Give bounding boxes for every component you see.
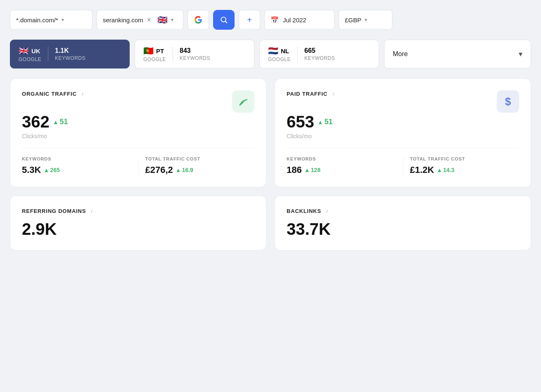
site-chevron-icon: ▾ (171, 17, 173, 23)
organic-keywords-change: ▲ 265 (43, 167, 59, 173)
organic-sublabel: Clicks/mo (22, 133, 254, 139)
backlinks-info-icon[interactable]: 𝑖 (324, 208, 330, 214)
tab-uk-left: 🇬🇧 UK GOOGLE (19, 46, 41, 62)
paid-sublabel: Clicks/mo (287, 133, 519, 139)
flag-pt: 🇵🇹 (143, 46, 154, 56)
paid-kw-arrow-icon: ▲ (304, 167, 310, 173)
organic-sub-grid: KEYWORDS 5.3K ▲ 265 TOTAL TRAFFIC COST £… (22, 156, 254, 175)
tab-nl-flag-row: 🇳🇱 NL (268, 46, 291, 56)
tab-uk-flag-row: 🇬🇧 UK (19, 46, 41, 56)
backlinks-card: BACKLINKS 𝑖 33.7K (275, 196, 531, 250)
domain-selector[interactable]: *.domain.com/* ▾ (10, 10, 93, 30)
google-icon-container (187, 10, 209, 30)
date-label: Jul 2022 (283, 17, 306, 24)
paid-main-value-row: 653 ▲ 51 (287, 113, 519, 131)
site-input[interactable]: seranking.com ✕ 🇬🇧 ▾ (97, 10, 183, 30)
tab-nl-keywords-val: 665 (304, 47, 335, 54)
paid-keywords-value-row: 186 ▲ 128 (287, 165, 396, 175)
organic-cost-arrow-icon: ▲ (176, 167, 181, 173)
flag-uk: 🇬🇧 (19, 46, 29, 56)
currency-selector[interactable]: £GBP ▾ (339, 10, 392, 30)
paid-icon-box: $ (497, 90, 519, 113)
organic-info-icon[interactable]: 𝑖 (79, 90, 86, 97)
flag-uk-icon: 🇬🇧 (157, 15, 168, 25)
referring-title: REFERRING DOMAINS 𝑖 (22, 208, 254, 214)
tab-pt-left: 🇵🇹 PT GOOGLE (143, 46, 166, 62)
backlinks-value: 33.7K (287, 220, 519, 239)
paid-keywords-change: ▲ 128 (304, 167, 320, 173)
organic-keywords-label: KEYWORDS (22, 156, 132, 161)
organic-icon-box (232, 90, 254, 113)
tab-pt-code: PT (156, 47, 164, 54)
backlinks-title: BACKLINKS 𝑖 (287, 208, 519, 214)
tab-pt-keywords-val: 843 (180, 47, 210, 54)
paid-title: PAID TRAFFIC 𝑖 (287, 90, 337, 97)
tab-uk[interactable]: 🇬🇧 UK GOOGLE 1.1K KEYWORDS (10, 40, 130, 68)
paid-keywords-label: KEYWORDS (287, 156, 396, 161)
tab-pt-right: 843 KEYWORDS (180, 47, 210, 61)
tab-uk-divider (48, 47, 48, 61)
toolbar: *.domain.com/* ▾ seranking.com ✕ 🇬🇧 ▾ (10, 10, 531, 30)
tab-nl-keywords-label: KEYWORDS (304, 55, 335, 61)
referring-info-icon[interactable]: 𝑖 (88, 208, 95, 214)
paid-traffic-card: PAID TRAFFIC 𝑖 $ 653 ▲ 51 Clicks/mo (275, 78, 531, 187)
tab-pt-divider (173, 47, 173, 61)
tab-pt-keywords-label: KEYWORDS (180, 55, 210, 61)
more-dropdown[interactable]: More ▾ (384, 40, 531, 68)
search-button[interactable] (213, 10, 235, 30)
site-name-text: seranking.com (103, 17, 143, 24)
tab-nl-engine: GOOGLE (268, 57, 291, 62)
tab-pt-engine: GOOGLE (143, 57, 166, 62)
paid-arrow-up-icon: ▲ (318, 119, 323, 125)
calendar-icon: 📅 (270, 16, 279, 24)
tab-nl[interactable]: 🇳🇱 NL GOOGLE 665 KEYWORDS (259, 40, 379, 68)
paid-cost-col: TOTAL TRAFFIC COST £1.2K ▲ 14.3 (403, 156, 520, 175)
organic-arrow-up-icon: ▲ (53, 119, 59, 125)
add-button[interactable]: + (239, 10, 260, 30)
svg-line-1 (225, 21, 227, 23)
country-tabs: 🇬🇧 UK GOOGLE 1.1K KEYWORDS 🇵🇹 PT GOOGLE (10, 40, 531, 68)
paid-cost-label: TOTAL TRAFFIC COST (410, 156, 520, 161)
organic-title: ORGANIC TRAFFIC 𝑖 (22, 90, 86, 97)
organic-cost-col: TOTAL TRAFFIC COST £276,2 ▲ 16.9 (138, 156, 255, 175)
paid-cost-change: ▲ 14.3 (437, 167, 454, 173)
currency-chevron-icon: ▾ (365, 17, 367, 23)
paid-header-text: PAID TRAFFIC 𝑖 (287, 90, 337, 103)
organic-traffic-card: ORGANIC TRAFFIC 𝑖 362 ▲ 51 (10, 78, 266, 187)
tab-nl-left: 🇳🇱 NL GOOGLE (268, 46, 291, 62)
paid-change: ▲ 51 (318, 118, 333, 126)
organic-cost-label: TOTAL TRAFFIC COST (145, 156, 255, 161)
organic-change: ▲ 51 (53, 118, 68, 126)
more-label: More (393, 50, 408, 58)
flag-nl: 🇳🇱 (268, 46, 278, 56)
organic-cost-value-row: £276,2 ▲ 16.9 (145, 165, 255, 175)
metrics-grid: ORGANIC TRAFFIC 𝑖 362 ▲ 51 (10, 78, 531, 187)
tab-uk-right: 1.1K KEYWORDS (55, 47, 85, 61)
organic-header-text: ORGANIC TRAFFIC 𝑖 (22, 90, 86, 103)
paid-divider (287, 148, 519, 148)
date-selector[interactable]: 📅 Jul 2022 (264, 10, 335, 30)
organic-main-value-row: 362 ▲ 51 (22, 113, 254, 131)
tab-nl-code: NL (281, 47, 289, 54)
close-icon[interactable]: ✕ (147, 17, 152, 23)
tab-uk-keywords-label: KEYWORDS (55, 55, 85, 61)
organic-keywords-value-row: 5.3K ▲ 265 (22, 165, 132, 175)
organic-card-header: ORGANIC TRAFFIC 𝑖 (22, 90, 254, 113)
paid-cost-value-row: £1.2K ▲ 14.3 (410, 165, 520, 175)
organic-kw-arrow-icon: ▲ (43, 167, 49, 173)
paid-card-header: PAID TRAFFIC 𝑖 $ (287, 90, 519, 113)
more-chevron-icon: ▾ (519, 50, 522, 59)
paid-info-icon[interactable]: 𝑖 (330, 90, 337, 97)
tab-uk-keywords-val: 1.1K (55, 47, 85, 54)
search-icon (220, 16, 228, 24)
google-icon (194, 16, 202, 24)
organic-keywords-col: KEYWORDS 5.3K ▲ 265 (22, 156, 138, 175)
referring-domains-card: REFERRING DOMAINS 𝑖 2.9K (10, 196, 266, 250)
tab-pt-flag-row: 🇵🇹 PT (143, 46, 166, 56)
domain-chevron-icon: ▾ (62, 17, 64, 23)
leaf-icon (237, 96, 249, 107)
tab-uk-code: UK (31, 47, 40, 54)
tab-pt[interactable]: 🇵🇹 PT GOOGLE 843 KEYWORDS (135, 40, 254, 68)
paid-sub-grid: KEYWORDS 186 ▲ 128 TOTAL TRAFFIC COST £1… (287, 156, 519, 175)
main-container: *.domain.com/* ▾ seranking.com ✕ 🇬🇧 ▾ (10, 10, 531, 250)
